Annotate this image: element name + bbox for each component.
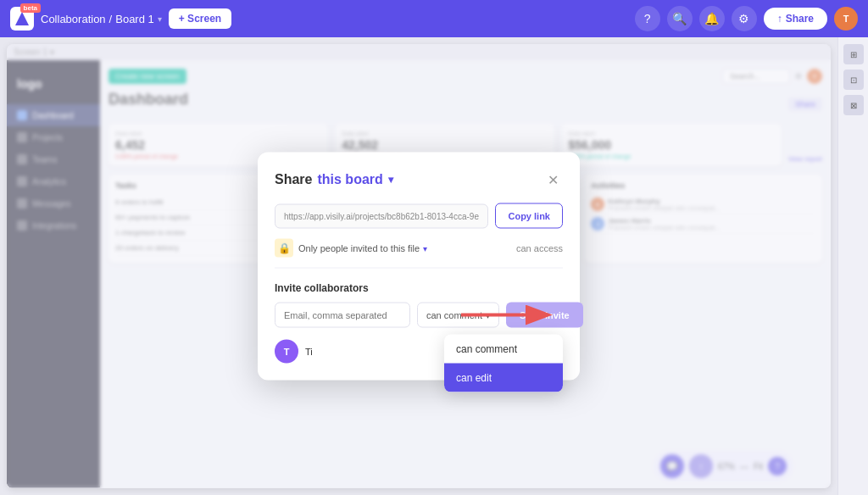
app-logo: beta <box>10 7 34 31</box>
share-button[interactable]: ↑ Share <box>764 8 827 30</box>
can-access-text: can access <box>516 243 563 253</box>
arrow-svg <box>461 298 563 332</box>
lock-icon: 🔒 <box>275 239 293 258</box>
breadcrumb-board[interactable]: Board 1 <box>115 13 154 25</box>
settings-icon-btn[interactable]: ⚙ <box>732 6 757 31</box>
access-left: 🔒 Only people invited to this file ▾ <box>275 239 427 258</box>
right-icon-3[interactable]: ⊠ <box>843 95 864 115</box>
screen-frame: Screen 1 ▾ logo Dashboard Projects Teams <box>7 44 831 488</box>
share-icon: ↑ <box>777 13 782 25</box>
modal-close-button[interactable]: ✕ <box>542 170 563 190</box>
access-text[interactable]: Only people invited to this file ▾ <box>298 243 427 253</box>
modal-title-share: Share <box>275 172 312 187</box>
modal-title: Share this board ▾ <box>275 172 393 187</box>
copy-link-button[interactable]: Copy link <box>495 203 563 229</box>
share-link-input[interactable] <box>275 203 488 228</box>
logo-area: beta <box>10 7 34 31</box>
navbar-right: ? 🔍 🔔 ⚙ ↑ Share T <box>635 6 858 31</box>
help-icon-btn[interactable]: ? <box>635 6 660 31</box>
collab-avatar: T <box>275 340 298 364</box>
right-icon-2[interactable]: ⊡ <box>843 70 864 90</box>
share-label: Share <box>786 13 814 25</box>
modal-wrapper: Share this board ▾ ✕ Copy link 🔒 <box>7 44 831 488</box>
access-row: 🔒 Only people invited to this file ▾ can… <box>275 239 563 269</box>
main-area: ⊞ ⊡ ⊠ Screen 1 ▾ logo Dashboard Projects <box>0 37 868 495</box>
share-modal: Share this board ▾ ✕ Copy link 🔒 <box>258 153 580 381</box>
breadcrumb: Collaboration / Board 1 ▾ <box>41 13 162 25</box>
email-input[interactable] <box>275 303 410 328</box>
collab-left: T Ti <box>275 340 313 364</box>
collab-name: Ti <box>305 347 313 357</box>
board-chevron: ▾ <box>158 14 162 24</box>
invite-section-title: Invite collaborators <box>275 282 563 294</box>
right-icon-1[interactable]: ⊞ <box>843 44 864 64</box>
beta-badge: beta <box>20 3 41 13</box>
add-screen-button[interactable]: + Screen <box>169 8 231 29</box>
user-avatar[interactable]: T <box>834 7 858 31</box>
dropdown-item-can-edit[interactable]: can edit <box>444 364 563 392</box>
access-text-label: Only people invited to this file <box>298 243 420 253</box>
search-icon-btn[interactable]: 🔍 <box>667 6 693 31</box>
access-chevron-icon: ▾ <box>423 243 427 253</box>
breadcrumb-collaboration[interactable]: Collaboration <box>41 13 106 25</box>
title-chevron-icon[interactable]: ▾ <box>388 174 393 186</box>
arrow-indicator <box>461 298 563 340</box>
breadcrumb-sep: / <box>109 13 113 25</box>
top-navbar: beta Collaboration / Board 1 ▾ + Screen … <box>0 0 868 37</box>
link-row: Copy link <box>275 203 563 229</box>
modal-header: Share this board ▾ ✕ <box>275 170 563 190</box>
modal-title-board[interactable]: this board <box>317 172 382 187</box>
notifications-icon-btn[interactable]: 🔔 <box>699 6 725 31</box>
permission-dropdown: can comment can edit <box>444 335 563 392</box>
right-panel: ⊞ ⊡ ⊠ <box>837 37 868 495</box>
